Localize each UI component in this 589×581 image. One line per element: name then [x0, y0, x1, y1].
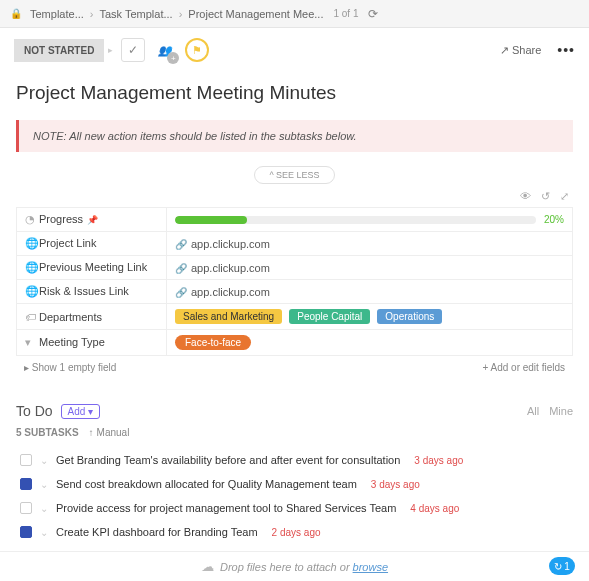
page-title[interactable]: Project Management Meeting Minutes [16, 82, 573, 104]
task-checkbox[interactable] [20, 526, 32, 538]
field-row-prev-meeting-link: 🌐Previous Meeting Link 🔗app.clickup.com [17, 256, 573, 280]
task-title[interactable]: Provide access for project management to… [56, 502, 396, 514]
fab-count: 1 [564, 561, 570, 572]
pin-icon: 📌 [87, 215, 98, 225]
field-row-progress: ◔Progress📌 20% [17, 208, 573, 232]
status-next-icon[interactable]: ▸ [108, 45, 113, 55]
share-label: Share [512, 44, 541, 56]
link-icon: 🔗 [175, 239, 187, 250]
meeting-type-tag[interactable]: Face-to-face [175, 335, 251, 350]
breadcrumb-item[interactable]: Template... [30, 8, 84, 20]
department-tag[interactable]: Operations [377, 309, 442, 324]
progress-icon: ◔ [25, 213, 39, 226]
field-label: Risk & Issues Link [39, 285, 129, 297]
breadcrumb-item[interactable]: Task Templat... [99, 8, 172, 20]
task-due: 4 days ago [410, 503, 459, 514]
dropdown-icon: ▾ [25, 336, 39, 349]
field-value[interactable]: app.clickup.com [191, 238, 270, 250]
progress-percent: 20% [544, 214, 564, 225]
refresh-icon[interactable]: ⟳ [368, 7, 378, 21]
field-label: Meeting Type [39, 336, 105, 348]
sort-label: Manual [97, 427, 130, 438]
todo-heading: To Do [16, 403, 53, 419]
see-less-button[interactable]: ^ SEE LESS [254, 166, 334, 184]
chevron-right-icon: › [90, 8, 94, 20]
field-row-meeting-type: ▾Meeting Type Face-to-face [17, 330, 573, 356]
subtask-icon: ⌄ [40, 527, 48, 538]
sort-manual-button[interactable]: ↑ Manual [89, 427, 130, 438]
task-checkbox[interactable] [20, 502, 32, 514]
browse-link[interactable]: browse [353, 561, 388, 573]
field-label: Previous Meeting Link [39, 261, 147, 273]
task-row[interactable]: ⌄ Get Branding Team's availability befor… [16, 448, 573, 472]
chevron-right-icon: › [179, 8, 183, 20]
field-label: Departments [39, 311, 102, 323]
task-title[interactable]: Get Branding Team's availability before … [56, 454, 400, 466]
link-icon: 🔗 [175, 263, 187, 274]
globe-icon: 🌐 [25, 261, 39, 274]
subtask-count: 5 SUBTASKS [16, 427, 79, 438]
assignee-button[interactable]: 👥 + [153, 38, 177, 62]
link-icon: 🔗 [175, 287, 187, 298]
task-row[interactable]: ⌄ Provide access for project management … [16, 496, 573, 520]
field-row-project-link: 🌐Project Link 🔗app.clickup.com [17, 232, 573, 256]
add-subtask-button[interactable]: Add ▾ [61, 404, 101, 419]
note-banner: NOTE: All new action items should be lis… [16, 120, 573, 152]
department-tag[interactable]: People Capital [289, 309, 370, 324]
globe-icon: 🌐 [25, 285, 39, 298]
field-label: Project Link [39, 237, 96, 249]
status-button[interactable]: NOT STARTED [14, 39, 104, 62]
history-icon[interactable]: ↺ [541, 190, 550, 203]
add-badge-icon: + [167, 52, 179, 64]
share-icon: ↗ [500, 44, 509, 57]
filter-mine[interactable]: Mine [549, 405, 573, 417]
subtask-icon: ⌄ [40, 479, 48, 490]
breadcrumb-bar: 🔒 Template... › Task Templat... › Projec… [0, 0, 589, 28]
field-value[interactable]: app.clickup.com [191, 262, 270, 274]
sort-icon: ↑ [89, 427, 94, 438]
pager-label: 1 of 1 [333, 8, 358, 19]
expand-icon[interactable]: ⤢ [560, 190, 569, 203]
subtask-icon: ⌄ [40, 503, 48, 514]
field-value[interactable]: app.clickup.com [191, 286, 270, 298]
priority-flag-button[interactable]: ⚑ [185, 38, 209, 62]
complete-checkbox[interactable]: ✓ [121, 38, 145, 62]
lock-icon: 🔒 [10, 8, 22, 19]
task-row[interactable]: ⌄ Send cost breakdown allocated for Qual… [16, 472, 573, 496]
custom-fields-table: ◔Progress📌 20% 🌐Project Link 🔗app.clicku… [16, 207, 573, 356]
task-row[interactable]: ⌄ Create KPI dashboard for Branding Team… [16, 520, 573, 544]
more-menu-icon[interactable]: ••• [557, 42, 575, 58]
field-row-risk-issues-link: 🌐Risk & Issues Link 🔗app.clickup.com [17, 280, 573, 304]
add-edit-fields-button[interactable]: + Add or edit fields [482, 362, 565, 373]
tag-icon: 🏷 [25, 311, 39, 323]
visibility-icon[interactable]: 👁 [520, 190, 531, 203]
task-due: 3 days ago [414, 455, 463, 466]
drop-text: Drop files here to attach or [220, 561, 350, 573]
action-row: NOT STARTED ▸ ✓ 👥 + ⚑ ↗ Share ••• [0, 28, 589, 72]
field-label: Progress [39, 213, 83, 225]
task-due: 3 days ago [371, 479, 420, 490]
show-empty-fields-button[interactable]: ▸ Show 1 empty field [24, 362, 116, 373]
globe-icon: 🌐 [25, 237, 39, 250]
department-tag[interactable]: Sales and Marketing [175, 309, 282, 324]
progress-bar[interactable]: 20% [175, 214, 564, 225]
cloud-upload-icon: ☁ [201, 559, 214, 574]
field-row-departments: 🏷Departments Sales and Marketing People … [17, 304, 573, 330]
task-due: 2 days ago [272, 527, 321, 538]
sync-icon: ↻ [554, 561, 562, 572]
breadcrumb-item[interactable]: Project Management Mee... [188, 8, 323, 20]
notifications-fab[interactable]: ↻ 1 [549, 557, 575, 575]
subtask-icon: ⌄ [40, 455, 48, 466]
drop-files-bar[interactable]: ☁ Drop files here to attach or browse [0, 551, 589, 581]
task-checkbox[interactable] [20, 454, 32, 466]
task-checkbox[interactable] [20, 478, 32, 490]
task-title[interactable]: Create KPI dashboard for Branding Team [56, 526, 258, 538]
share-button[interactable]: ↗ Share [500, 44, 541, 57]
task-title[interactable]: Send cost breakdown allocated for Qualit… [56, 478, 357, 490]
filter-all[interactable]: All [527, 405, 539, 417]
